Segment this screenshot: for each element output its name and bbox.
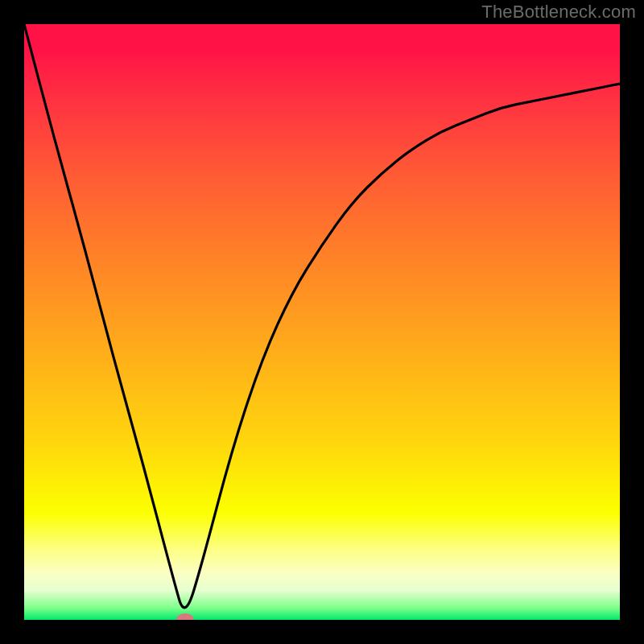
bottleneck-curve [24,24,620,620]
curve-path [24,24,620,608]
plot-area [24,24,620,620]
watermark-text: TheBottleneck.com [481,2,636,23]
chart-frame: TheBottleneck.com [0,0,644,644]
